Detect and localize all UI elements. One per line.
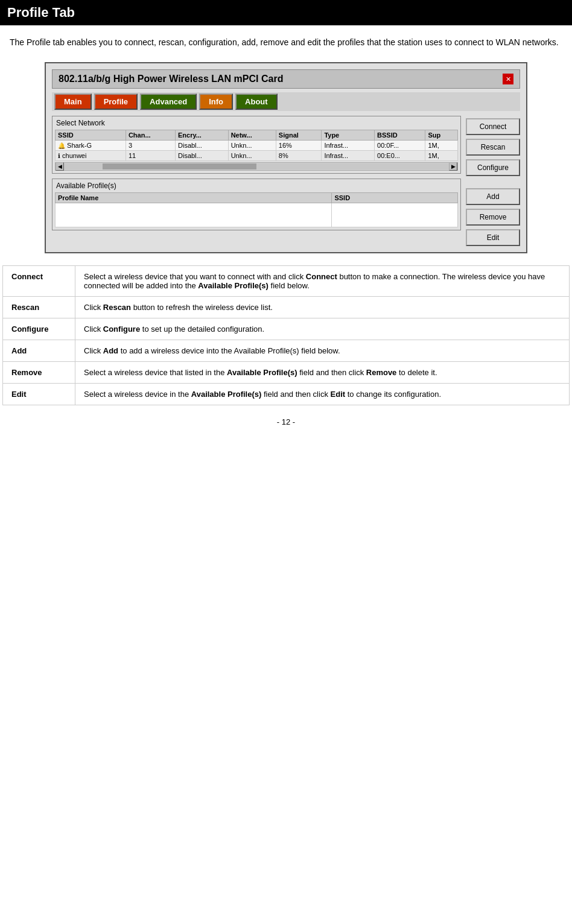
select-network-group: Select Network SSID Chan... Encry... Net… — [52, 116, 461, 174]
tab-profile[interactable]: Profile — [94, 93, 138, 110]
card-content: Select Network SSID Chan... Encry... Net… — [52, 116, 520, 246]
term-configure: Configure — [3, 318, 75, 340]
term-add: Add — [3, 340, 75, 362]
col-sup: Sup — [425, 130, 458, 141]
row1-bssid: 00:0F... — [375, 141, 425, 151]
desc-row-configure: Configure Click Configure to set up the … — [3, 318, 570, 340]
scroll-track — [64, 163, 449, 169]
scroll-right-arrow[interactable]: ▶ — [449, 162, 457, 171]
remove-button[interactable]: Remove — [466, 209, 520, 226]
rescan-button[interactable]: Rescan — [466, 139, 520, 156]
right-panel: Connect Rescan Configure Add Remove Edit — [466, 116, 520, 246]
description-table: Connect Select a wireless device that yo… — [2, 265, 570, 405]
row2-bssid: 00:E0... — [375, 151, 425, 161]
row1-sup: 1M, — [425, 141, 458, 151]
tab-advanced[interactable]: Advanced — [140, 93, 197, 110]
row1-netw: Unkn... — [228, 141, 276, 151]
row2-chan: 11 — [126, 151, 175, 161]
tab-about[interactable]: About — [235, 93, 278, 110]
card-header: 802.11a/b/g High Power Wireless LAN mPCI… — [52, 69, 520, 89]
configure-button[interactable]: Configure — [466, 159, 520, 176]
tab-bar: Main Profile Advanced Info About — [52, 92, 520, 111]
network-row-1[interactable]: 🔔 Shark-G 3 Disabl... Unkn... 16% Infras… — [56, 141, 458, 151]
add-button[interactable]: Add — [466, 188, 520, 205]
network-row-2[interactable]: ℹ chunwei 11 Disabl... Unkn... 8% Infras… — [56, 151, 458, 161]
scroll-left-arrow[interactable]: ◀ — [56, 162, 64, 171]
col-netw: Netw... — [228, 130, 276, 141]
desc-row-remove: Remove Select a wireless device that lis… — [3, 362, 570, 384]
desc-row-rescan: Rescan Click Rescan button to refresh th… — [3, 297, 570, 318]
row1-signal: 16% — [276, 141, 322, 151]
col-profile-name: Profile Name — [56, 193, 332, 203]
col-chan: Chan... — [126, 130, 175, 141]
row2-netw: Unkn... — [228, 151, 276, 161]
select-network-legend: Select Network — [55, 119, 458, 127]
tab-info[interactable]: Info — [199, 93, 233, 110]
screenshot-container: 802.11a/b/g High Power Wireless LAN mPCI… — [45, 62, 527, 253]
scroll-thumb — [103, 163, 256, 169]
desc-row-connect: Connect Select a wireless device that yo… — [3, 266, 570, 297]
connect-button[interactable]: Connect — [466, 118, 520, 135]
page-title: Profile Tab — [7, 5, 75, 20]
available-profiles-group: Available Profile(s) Profile Name SSID — [52, 179, 461, 230]
term-connect: Connect — [3, 266, 75, 297]
row2-sup: 1M, — [425, 151, 458, 161]
col-bssid: BSSID — [375, 130, 425, 141]
network-table: SSID Chan... Encry... Netw... Signal Typ… — [55, 130, 458, 161]
intro-paragraph: The Profile tab enables you to connect, … — [10, 37, 559, 47]
page-number: - 12 - — [0, 405, 572, 438]
profile-empty-row — [56, 203, 458, 227]
col-signal: Signal — [276, 130, 322, 141]
row2-signal: 8% — [276, 151, 322, 161]
card-title: 802.11a/b/g High Power Wireless LAN mPCI… — [59, 74, 283, 84]
profile-table: Profile Name SSID — [55, 192, 458, 227]
page-num-label: - 12 - — [277, 417, 295, 426]
desc-row-add: Add Click Add to add a wireless device i… — [3, 340, 570, 362]
row1-type: Infrast... — [322, 141, 375, 151]
row1-chan: 3 — [126, 141, 175, 151]
def-remove: Select a wireless device that listed in … — [75, 362, 570, 384]
term-rescan: Rescan — [3, 297, 75, 318]
row2-encry: Disabl... — [176, 151, 229, 161]
edit-button[interactable]: Edit — [466, 229, 520, 246]
intro-text: The Profile tab enables you to connect, … — [0, 25, 572, 56]
def-rescan: Click Rescan button to refresh the wirel… — [75, 297, 570, 318]
row1-encry: Disabl... — [176, 141, 229, 151]
row2-ssid: ℹ chunwei — [56, 151, 126, 161]
profile-name-empty — [56, 203, 332, 227]
left-panel: Select Network SSID Chan... Encry... Net… — [52, 116, 461, 246]
profile-ssid-empty — [332, 203, 458, 227]
network-scrollbar[interactable]: ◀ ▶ — [55, 162, 458, 171]
row2-type: Infrast... — [322, 151, 375, 161]
def-configure: Click Configure to set up the detailed c… — [75, 318, 570, 340]
col-profile-ssid: SSID — [332, 193, 458, 203]
def-edit: Select a wireless device in the Availabl… — [75, 384, 570, 405]
col-type: Type — [322, 130, 375, 141]
term-remove: Remove — [3, 362, 75, 384]
def-connect: Select a wireless device that you want t… — [75, 266, 570, 297]
row1-ssid: 🔔 Shark-G — [56, 141, 126, 151]
available-profiles-legend: Available Profile(s) — [55, 182, 458, 190]
term-edit: Edit — [3, 384, 75, 405]
page-header: Profile Tab — [0, 0, 572, 25]
col-encry: Encry... — [176, 130, 229, 141]
desc-row-edit: Edit Select a wireless device in the Ava… — [3, 384, 570, 405]
def-add: Click Add to add a wireless device into … — [75, 340, 570, 362]
close-button[interactable]: ✕ — [503, 74, 513, 84]
tab-main[interactable]: Main — [54, 93, 92, 110]
col-ssid: SSID — [56, 130, 126, 141]
